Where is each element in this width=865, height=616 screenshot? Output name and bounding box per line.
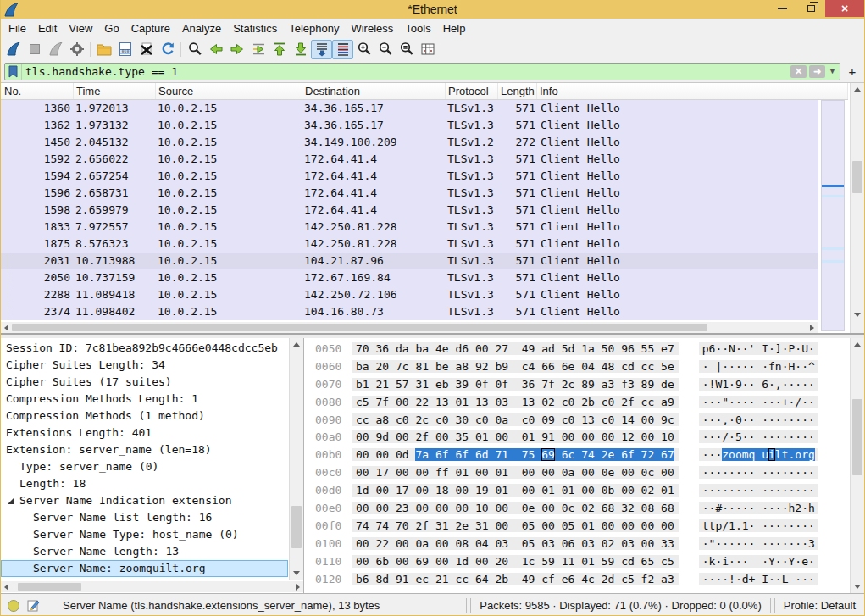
- ascii-char[interactable]: ·: [762, 360, 768, 373]
- details-hscrollbar[interactable]: [1, 581, 303, 592]
- ascii-char[interactable]: ·: [702, 413, 709, 426]
- hex-byte[interactable]: 39: [455, 378, 469, 391]
- scroll-left-arrow[interactable]: [1, 581, 12, 592]
- hex-byte[interactable]: 00: [602, 519, 615, 532]
- hex-byte[interactable]: 05: [562, 519, 575, 532]
- hex-byte[interactable]: 32: [621, 502, 635, 514]
- stop-capture-icon[interactable]: [24, 40, 45, 59]
- menu-item-go[interactable]: Go: [98, 19, 125, 37]
- hex-byte[interactable]: 03: [495, 396, 508, 408]
- filter-input[interactable]: [22, 64, 788, 79]
- scroll-thumb[interactable]: [852, 399, 862, 475]
- hex-byte[interactable]: 0c: [641, 466, 655, 479]
- ascii-char[interactable]: ·: [801, 413, 808, 426]
- ascii-char[interactable]: r: [801, 448, 808, 461]
- hex-byte[interactable]: 00: [541, 519, 555, 532]
- ascii-char[interactable]: ·: [702, 430, 709, 443]
- ascii-char[interactable]: ·: [795, 519, 801, 532]
- hex-byte[interactable]: 01: [522, 430, 535, 443]
- hex-byte[interactable]: 02: [541, 396, 555, 408]
- hex-byte[interactable]: 75: [522, 448, 535, 461]
- ascii-char[interactable]: ·: [722, 537, 729, 550]
- hex-byte[interactable]: 65: [641, 555, 655, 568]
- ascii-char[interactable]: ·: [742, 537, 749, 550]
- ascii-char[interactable]: ,: [775, 378, 782, 391]
- column-header-time[interactable]: Time: [74, 83, 156, 99]
- scroll-down-arrow[interactable]: [851, 580, 864, 593]
- scroll-right-arrow[interactable]: [807, 322, 818, 333]
- hex-byte[interactable]: 7f: [541, 378, 555, 391]
- column-header-no[interactable]: No.: [1, 83, 74, 99]
- ascii-char[interactable]: ·: [729, 360, 735, 373]
- ascii-char[interactable]: ·: [782, 378, 789, 391]
- ascii-char[interactable]: ^: [808, 360, 815, 373]
- table-row[interactable]: 15982.65997910.0.2.15172.64.41.4TLSv1.35…: [1, 202, 818, 219]
- ascii-char[interactable]: ·: [735, 396, 742, 408]
- ascii-char[interactable]: e: [801, 555, 808, 568]
- hex-byte[interactable]: 00: [541, 502, 555, 514]
- ascii-char[interactable]: ·: [702, 502, 709, 514]
- hex-byte[interactable]: 89: [581, 378, 595, 391]
- ascii-char[interactable]: ·: [808, 555, 815, 568]
- scroll-thumb[interactable]: [291, 506, 302, 548]
- ascii-char[interactable]: ·: [742, 466, 749, 479]
- ascii-char[interactable]: o: [729, 448, 735, 461]
- hex-byte[interactable]: 17: [375, 466, 389, 479]
- ascii-char[interactable]: !: [729, 573, 735, 585]
- hex-byte[interactable]: 69: [541, 448, 555, 461]
- hex-byte[interactable]: b1: [356, 378, 369, 391]
- hex-byte[interactable]: 6e: [562, 360, 575, 373]
- ascii-char[interactable]: ·: [801, 502, 808, 514]
- hex-byte[interactable]: 00: [396, 396, 409, 408]
- hex-byte[interactable]: 00: [641, 537, 655, 550]
- hex-byte[interactable]: f3: [621, 378, 635, 391]
- ascii-char[interactable]: ·: [782, 502, 789, 514]
- add-filter-button[interactable]: +: [844, 63, 861, 80]
- hex-byte[interactable]: 0e: [602, 466, 615, 479]
- hex-byte[interactable]: d6: [455, 342, 469, 355]
- hex-byte[interactable]: 22: [375, 537, 389, 550]
- scroll-thumb[interactable]: [18, 583, 81, 591]
- hex-byte[interactable]: 81: [415, 360, 429, 373]
- ascii-char[interactable]: p: [702, 342, 709, 355]
- ascii-char[interactable]: ·: [735, 555, 742, 568]
- hex-byte[interactable]: 68: [661, 502, 674, 514]
- hex-byte[interactable]: 2b: [581, 396, 595, 408]
- hex-byte[interactable]: 91: [541, 430, 555, 443]
- ascii-char[interactable]: L: [782, 573, 789, 585]
- ascii-char[interactable]: 5: [735, 430, 742, 443]
- hex-byte[interactable]: 00: [375, 484, 389, 497]
- go-back-icon[interactable]: [205, 40, 226, 59]
- hex-byte[interactable]: 91: [396, 573, 409, 585]
- hex-byte[interactable]: 13: [475, 396, 489, 408]
- ascii-char[interactable]: ·: [729, 396, 735, 408]
- hex-byte[interactable]: 2f: [415, 519, 429, 532]
- ascii-char[interactable]: ,: [722, 413, 729, 426]
- column-header-protocol[interactable]: Protocol: [446, 83, 498, 99]
- column-header-length[interactable]: Length: [498, 83, 537, 99]
- hex-byte[interactable]: f2: [641, 573, 655, 585]
- hex-byte[interactable]: 72: [641, 448, 655, 461]
- hex-byte[interactable]: 00: [581, 430, 595, 443]
- ascii-char[interactable]: ·: [742, 360, 749, 373]
- ascii-char[interactable]: ·: [768, 430, 775, 443]
- hex-byte[interactable]: 13: [581, 413, 595, 426]
- hex-byte[interactable]: 00: [621, 466, 635, 479]
- ascii-char[interactable]: ·: [702, 484, 709, 497]
- hex-byte[interactable]: 01: [581, 555, 595, 568]
- ascii-char[interactable]: l: [775, 448, 782, 461]
- hex-byte[interactable]: 01: [541, 484, 555, 497]
- ascii-char[interactable]: U: [801, 342, 808, 355]
- hex-byte[interactable]: c0: [602, 396, 615, 408]
- hex-byte[interactable]: 9d: [375, 430, 389, 443]
- menu-item-view[interactable]: View: [63, 19, 98, 37]
- hex-byte[interactable]: 10: [661, 430, 674, 443]
- ascii-char[interactable]: ·: [795, 360, 801, 373]
- scroll-right-arrow[interactable]: [292, 581, 303, 592]
- hex-byte[interactable]: c0: [475, 413, 489, 426]
- hex-byte[interactable]: 00: [435, 502, 449, 514]
- hex-byte[interactable]: 00: [495, 502, 508, 514]
- ascii-char[interactable]: ·: [801, 519, 808, 532]
- ascii-char[interactable]: ·: [808, 378, 815, 391]
- hex-byte[interactable]: 64: [475, 573, 489, 585]
